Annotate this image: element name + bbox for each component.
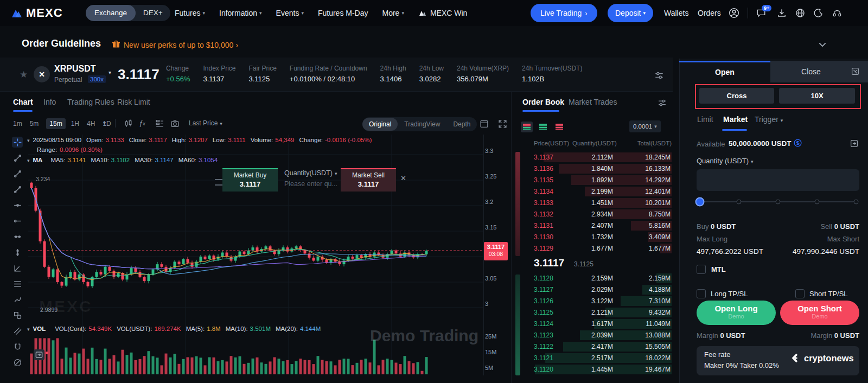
- info-label: MA5:: [50, 157, 65, 163]
- nav-item-futures[interactable]: Futures▾: [175, 9, 205, 17]
- tab-order-book[interactable]: Order Book: [522, 98, 564, 106]
- orderbook-ask-row[interactable]: 3.11291.677M1.677M: [534, 243, 672, 254]
- info-value: 1.8M: [207, 325, 221, 332]
- orderbook-ask-row[interactable]: 3.11322.934M8.750M: [534, 209, 672, 220]
- price-axis-tick: 3.3: [485, 148, 507, 154]
- pane-restore-icon[interactable]: [34, 349, 44, 360]
- live-trading-button[interactable]: Live Trading›: [531, 4, 597, 22]
- info-label: VOL(Cont):: [55, 325, 86, 332]
- long-tpsl-checkbox[interactable]: [697, 289, 706, 298]
- promo-banner[interactable]: New user perks of up to $10,000 ›: [124, 40, 238, 49]
- collapse-chevron-icon[interactable]: [817, 39, 828, 50]
- tab-open[interactable]: Open: [679, 61, 770, 84]
- ob-view-both-icon[interactable]: [521, 122, 533, 132]
- orderbook-bid-row[interactable]: 3.11263.122M7.310M: [534, 296, 672, 307]
- slider-stop-75[interactable]: [815, 200, 820, 205]
- slider-stop-50[interactable]: [776, 200, 781, 205]
- nav-item-more[interactable]: More▾: [382, 9, 404, 17]
- open-short-button[interactable]: Open Short Demo: [780, 301, 859, 325]
- long-tpsl-option[interactable]: Long TP/SL: [697, 289, 748, 298]
- bonus-coin-icon[interactable]: [793, 138, 802, 148]
- slider-stop-100[interactable]: [854, 200, 859, 205]
- orderbook-bid-row[interactable]: 3.11252.121M9.432M: [534, 307, 672, 318]
- ob-cell: 2.407M: [591, 222, 613, 229]
- quantity-input[interactable]: [697, 169, 859, 191]
- mexc-logo-icon[interactable]: [9, 6, 23, 20]
- tab-exchange[interactable]: Exchange: [86, 5, 136, 21]
- transfer-icon[interactable]: [850, 139, 859, 148]
- tab-market-trades[interactable]: Market Trades: [569, 98, 617, 106]
- quick-trade-quantity-field[interactable]: Quantity(USDT)▾ Please enter qu...: [284, 169, 339, 188]
- orderbook-bid-row[interactable]: 3.11212.517M18.022M: [534, 353, 672, 363]
- calculator-icon[interactable]: [851, 67, 860, 76]
- orderbook-settings-icon[interactable]: [658, 98, 667, 107]
- nav-item-events[interactable]: Events▾: [276, 9, 304, 17]
- deposit-button[interactable]: Deposit▾: [608, 4, 653, 22]
- download-icon[interactable]: [777, 8, 787, 18]
- symbol-name[interactable]: XRPUSDT: [54, 64, 95, 74]
- info-value: 169.274K: [154, 325, 181, 332]
- margin-mode-button[interactable]: Cross: [699, 88, 774, 104]
- nav-item-futures-mday[interactable]: Futures M-Day: [318, 9, 368, 17]
- orderbook-bid-row[interactable]: 3.11282.159M2.159M: [534, 273, 672, 284]
- profile-icon[interactable]: [729, 8, 739, 18]
- market-buy-button[interactable]: Market Buy 3.1117: [222, 168, 278, 192]
- wallets-link[interactable]: Wallets: [664, 9, 688, 17]
- short-tpsl-option[interactable]: Short TP/SL: [795, 289, 848, 298]
- orderbook-ask-row[interactable]: 3.11342.199M12.401M: [534, 186, 672, 197]
- orderbook-bid-row[interactable]: 3.11241.617M11.049M: [534, 318, 672, 329]
- demo-label: Demo: [697, 313, 776, 320]
- range-high-label: 3.234: [36, 176, 50, 182]
- nav-item-information[interactable]: Information▾: [219, 9, 262, 17]
- nav-item-mexc-win[interactable]: MEXC Win: [418, 9, 467, 17]
- quick-trade-close-icon[interactable]: ✕: [400, 174, 406, 182]
- language-globe-icon[interactable]: [795, 8, 805, 18]
- symbol-dropdown-caret[interactable]: ▾: [108, 69, 111, 75]
- orderbook-bid-row[interactable]: 3.11272.029M4.188M: [534, 284, 672, 295]
- tab-trigger[interactable]: Trigger▾: [755, 115, 783, 124]
- short-tpsl-checkbox[interactable]: [795, 289, 805, 298]
- market-sell-button[interactable]: Market Sell 3.1117: [341, 168, 396, 192]
- leverage-badge: 300x: [88, 75, 106, 83]
- orderbook-ask-row[interactable]: 3.11361.840M16.133M: [534, 163, 672, 174]
- chevron-down-icon: ▾: [202, 10, 205, 16]
- orderbook-bid-row[interactable]: 3.11201.445M19.467M: [534, 364, 672, 375]
- dark-mode-moon-icon[interactable]: [814, 8, 824, 18]
- slider-stop-25[interactable]: [737, 200, 742, 205]
- collapse-caret-icon[interactable]: ▾: [27, 158, 30, 163]
- max-position-values: 497,766.2022 USDT497,990.2446 USDT: [697, 247, 859, 256]
- orderbook-bid-row[interactable]: 3.11232.039M13.088M: [534, 330, 672, 341]
- orderbook-ask-row[interactable]: 3.11331.451M10.201M: [534, 197, 672, 208]
- quick-trade-drag-handle[interactable]: [215, 179, 222, 186]
- precision-selector[interactable]: 0.0001▾: [629, 120, 661, 132]
- quantity-label[interactable]: Quantity (USDT)▾: [697, 157, 754, 165]
- ohlc-info-line: ▾2025/08/15 09:00Open:3.1133Close:3.1117…: [25, 137, 381, 143]
- open-long-button[interactable]: Open Long Demo: [697, 301, 776, 325]
- orderbook-ask-row[interactable]: 3.11301.732M3.409M: [534, 232, 672, 242]
- brand-name[interactable]: MEXC: [26, 6, 63, 20]
- support-headset-icon[interactable]: [832, 8, 842, 18]
- slider-handle[interactable]: [695, 197, 705, 207]
- favorite-star-icon[interactable]: ★: [20, 69, 28, 80]
- contract-type: Perpetual: [54, 76, 82, 84]
- ob-view-bids-icon[interactable]: [537, 122, 549, 132]
- mtl-option[interactable]: MTL: [697, 265, 726, 274]
- leverage-button[interactable]: 10X: [779, 88, 855, 104]
- ticker-settings-icon[interactable]: [654, 71, 664, 80]
- orders-link[interactable]: Orders: [698, 9, 721, 17]
- orderbook-ask-row[interactable]: 3.11312.407M5.816M: [534, 220, 672, 231]
- ob-cell: 3.1129: [534, 245, 553, 252]
- tab-limit[interactable]: Limit: [697, 115, 713, 124]
- collapse-caret-icon[interactable]: ▾: [27, 138, 30, 143]
- ob-view-asks-icon[interactable]: [553, 122, 565, 132]
- orderbook-bid-row[interactable]: 3.11222.417M15.505M: [534, 341, 672, 352]
- position-size-slider[interactable]: [700, 201, 856, 202]
- collapse-caret-icon[interactable]: ▾: [27, 327, 30, 332]
- orderbook-ask-row[interactable]: 3.11372.112M18.245M: [534, 152, 672, 163]
- tab-market[interactable]: Market: [723, 115, 748, 124]
- mtl-checkbox[interactable]: [697, 265, 706, 274]
- tab-close[interactable]: Close: [770, 61, 852, 82]
- tab-dex[interactable]: DEX+: [136, 5, 170, 21]
- orderbook-ask-row[interactable]: 3.11351.892M14.292M: [534, 175, 672, 186]
- orderbook-last-price[interactable]: 3.1117: [534, 257, 564, 269]
